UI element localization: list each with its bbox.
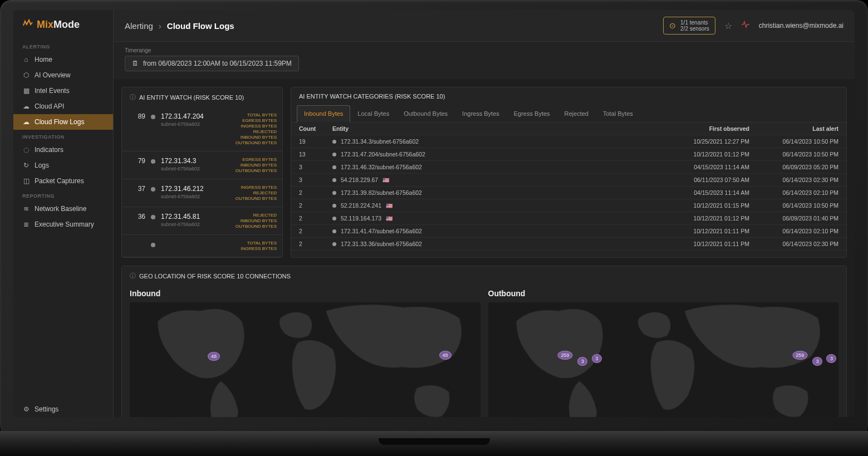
entity-subnet: subnet-6756a602 <box>161 166 221 171</box>
cell-count: 2 <box>299 189 332 196</box>
table-row[interactable]: 2 52.119.164.173 🇺🇸 10/12/2021 01:12 PM … <box>291 212 846 225</box>
categories-title: AI ENTITY WATCH CATEGORIES (RISK SCORE 1… <box>299 93 445 100</box>
settings-link[interactable]: ⚙ Settings <box>13 401 113 417</box>
map-marker[interactable]: 3 <box>577 357 587 366</box>
user-email[interactable]: christian.wiens@mixmode.ai <box>759 22 844 30</box>
categories-table: Count Entity First observed Last alert 1… <box>291 122 846 257</box>
chevron-right-icon: › <box>159 21 161 31</box>
status-dot-icon <box>151 187 155 192</box>
status-dot-icon <box>151 115 155 119</box>
tab-total-bytes[interactable]: Total Bytes <box>596 105 640 122</box>
cell-last-alert: 06/14/2023 02:10 PM <box>749 228 838 234</box>
tenants-line: 1/1 tenants <box>680 19 709 26</box>
entity-tags: INGRESS BYTESREJECTEDOUTBOUND BYTES <box>227 185 277 201</box>
table-row[interactable]: 2 52.218.224.241 🇺🇸 10/12/2021 01:15 PM … <box>291 199 846 212</box>
entity-watch-row[interactable]: 79 172.31.34.3 subnet-6756a602 EGRESS BY… <box>122 151 282 179</box>
sidebar-item-packets[interactable]: ◫Packet Captures <box>13 173 113 189</box>
tab-rejected[interactable]: Rejected <box>557 105 596 122</box>
tag: REJECTED <box>227 213 277 218</box>
tab-outbound-bytes[interactable]: Outbound Bytes <box>396 105 455 122</box>
sidebar-item-label: Executive Summary <box>35 220 94 228</box>
cell-last-alert: 06/14/2023 02:10 PM <box>749 189 838 196</box>
table-row[interactable]: 13 172.31.47.204/subnet-6756a602 10/12/2… <box>291 148 846 161</box>
tab-local-bytes[interactable]: Local Bytes <box>350 105 396 122</box>
sidebar-item-intel-events[interactable]: ▦Intel Events <box>13 83 113 99</box>
dot-icon <box>332 191 336 195</box>
sidebar-item-cloud-api[interactable]: ☁Cloud API <box>13 99 113 114</box>
sidebar-item-cloud-flow[interactable]: ☁Cloud Flow Logs <box>13 114 113 130</box>
tag: INGRESS BYTES <box>227 185 277 190</box>
map-outbound[interactable]: 2593325933 <box>488 302 839 417</box>
sidebar-item-label: Intel Events <box>35 87 70 95</box>
entity-ip: 172.31.34.3 <box>161 157 221 165</box>
cell-entity: 172.31.34.3/subnet-6756a602 <box>332 138 660 145</box>
map-marker[interactable]: 259 <box>557 351 572 360</box>
dot-icon <box>332 140 336 144</box>
geo-inbound: Inbound <box>130 286 480 417</box>
tab-inbound-bytes[interactable]: Inbound Bytes <box>297 105 350 122</box>
sidebar-item-home[interactable]: ⌂Home <box>13 52 113 67</box>
map-marker[interactable]: 259 <box>792 351 807 360</box>
table-row[interactable]: 19 172.31.34.3/subnet-6756a602 10/25/202… <box>291 135 846 148</box>
sidebar-item-label: Logs <box>35 161 49 169</box>
geo-outbound-label: Outbound <box>488 286 839 302</box>
entity-watch-row[interactable]: TOTAL BYTESINGRESS BYTES <box>122 235 282 257</box>
map-marker[interactable]: 48 <box>439 351 452 360</box>
sidebar-item-indicators[interactable]: ◌Indicators <box>13 142 113 158</box>
dot-icon <box>332 229 336 233</box>
tab-ingress-bytes[interactable]: Ingress Bytes <box>455 105 507 122</box>
tag: EGRESS BYTES <box>227 118 277 123</box>
timerange-picker[interactable]: 🗓 from 06/08/2023 12:00AM to 06/15/2023 … <box>125 56 299 71</box>
col-first[interactable]: First observed <box>660 125 749 132</box>
map-marker[interactable]: 48 <box>208 352 220 361</box>
nav-section-label: INVESTIGATION <box>13 130 113 142</box>
map-inbound[interactable]: 4848 <box>130 302 480 417</box>
sidebar-item-ai-overview[interactable]: ⬡AI Overview <box>13 67 113 83</box>
logo[interactable]: MixMode <box>13 10 113 40</box>
tab-egress-bytes[interactable]: Egress Bytes <box>507 105 557 122</box>
cell-last-alert: 06/14/2023 02:30 PM <box>749 176 838 183</box>
entity-watch-row[interactable]: 36 172.31.45.81 subnet-6756a602 REJECTED… <box>122 207 282 235</box>
dot-icon <box>332 242 336 246</box>
tag: TOTAL BYTES <box>227 112 277 117</box>
map-marker[interactable]: 3 <box>592 354 602 363</box>
star-icon[interactable]: ☆ <box>724 21 732 31</box>
table-row[interactable]: 2 172.31.33.36/subnet-6756a602 10/12/202… <box>291 238 846 251</box>
flag-icon: 🇺🇸 <box>382 177 389 183</box>
table-row[interactable]: 3 54.218.229.67 🇺🇸 06/11/2023 07:50 AM 0… <box>291 174 846 187</box>
info-icon[interactable]: ⓘ <box>130 93 136 101</box>
tenant-status-badge[interactable]: ⊙ 1/1 tenants 2/2 sensors <box>663 17 715 35</box>
tag: INBOUND BYTES <box>227 218 277 223</box>
tag: INBOUND BYTES <box>227 135 277 140</box>
tag: REJECTED <box>227 190 277 195</box>
status-dot-icon <box>151 243 155 247</box>
table-row[interactable]: 2 172.31.39.82/subnet-6756a602 04/15/202… <box>291 187 846 199</box>
entity-watch-row[interactable]: 89 172.31.47.204 subnet-6756a602 TOTAL B… <box>122 107 282 151</box>
cell-last-alert: 06/09/2023 05:20 PM <box>749 164 838 170</box>
activity-icon[interactable] <box>741 20 750 31</box>
sidebar-item-summary[interactable]: ≣Executive Summary <box>13 217 113 232</box>
col-last[interactable]: Last alert <box>749 125 838 132</box>
breadcrumb: Alerting › Cloud Flow Logs <box>125 21 234 31</box>
col-entity[interactable]: Entity <box>332 125 660 132</box>
flag-icon: 🇺🇸 <box>386 215 393 222</box>
table-row[interactable]: 2 172.31.41.47/subnet-6756a602 10/12/202… <box>291 225 846 238</box>
map-marker[interactable]: 3 <box>812 357 822 366</box>
sidebar-item-baseline[interactable]: ≋Network Baseline <box>13 201 113 217</box>
sidebar-item-label: Cloud API <box>35 102 64 110</box>
sidebar-item-logs[interactable]: ↻Logs <box>13 158 113 173</box>
breadcrumb-parent[interactable]: Alerting <box>125 21 153 31</box>
col-count[interactable]: Count <box>299 125 332 132</box>
cell-first-observed: 10/12/2021 01:11 PM <box>660 241 749 247</box>
table-row[interactable]: 3 172.31.46.32/subnet-6756a602 04/15/202… <box>291 161 846 174</box>
table-header: Count Entity First observed Last alert <box>291 122 846 135</box>
nav-section-label: ALERTING <box>13 40 113 52</box>
cell-first-observed: 06/11/2023 07:50 AM <box>660 176 749 183</box>
info-icon[interactable]: ⓘ <box>130 272 136 280</box>
tag: OUTBOUND BYTES <box>227 224 277 229</box>
entity-subnet: subnet-6756a602 <box>161 121 221 127</box>
map-marker[interactable]: 3 <box>826 354 836 363</box>
entity-watch-row[interactable]: 37 172.31.46.212 subnet-6756a602 INGRESS… <box>122 179 282 207</box>
cell-entity: 172.31.47.204/subnet-6756a602 <box>332 151 660 158</box>
cell-entity: 172.31.41.47/subnet-6756a602 <box>332 228 660 234</box>
